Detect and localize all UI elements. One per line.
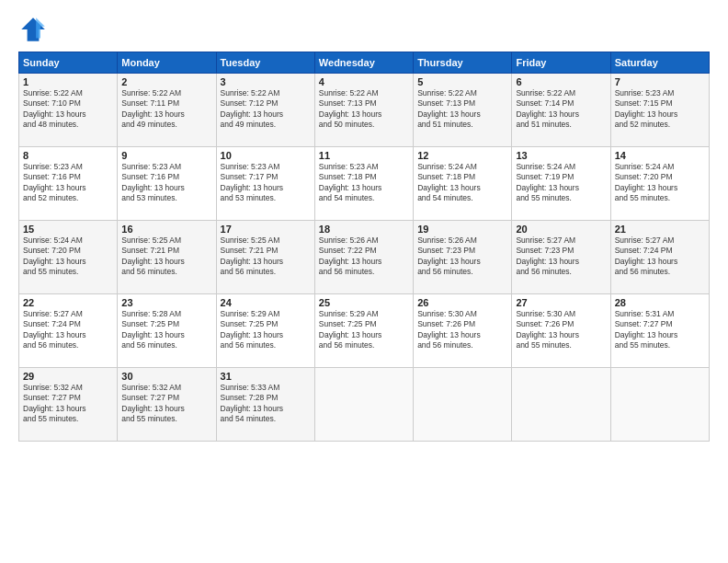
svg-marker-0	[21, 17, 45, 41]
day-info: Sunrise: 5:22 AM Sunset: 7:13 PM Dayligh…	[417, 88, 507, 131]
day-number: 9	[121, 150, 211, 161]
day-number: 25	[319, 297, 409, 308]
day-number: 10	[221, 150, 311, 161]
day-cell-2: 2Sunrise: 5:22 AM Sunset: 7:11 PM Daylig…	[118, 74, 216, 147]
day-number: 3	[221, 76, 311, 87]
day-number: 14	[615, 150, 705, 161]
day-cell-18: 18Sunrise: 5:26 AM Sunset: 7:22 PM Dayli…	[314, 221, 413, 294]
day-info: Sunrise: 5:23 AM Sunset: 7:17 PM Dayligh…	[221, 162, 311, 204]
day-info: Sunrise: 5:25 AM Sunset: 7:21 PM Dayligh…	[221, 236, 311, 278]
day-info: Sunrise: 5:24 AM Sunset: 7:20 PM Dayligh…	[615, 162, 705, 204]
svg-marker-1	[36, 17, 45, 38]
day-cell-8: 8Sunrise: 5:23 AM Sunset: 7:16 PM Daylig…	[19, 147, 118, 221]
empty-cell	[314, 368, 413, 442]
empty-cell	[414, 368, 512, 442]
day-cell-27: 27Sunrise: 5:30 AM Sunset: 7:26 PM Dayli…	[512, 294, 610, 368]
day-info: Sunrise: 5:33 AM Sunset: 7:28 PM Dayligh…	[221, 383, 311, 425]
day-cell-31: 31Sunrise: 5:33 AM Sunset: 7:28 PM Dayli…	[216, 368, 314, 442]
empty-cell	[610, 368, 709, 442]
day-number: 19	[417, 224, 507, 235]
day-cell-15: 15Sunrise: 5:24 AM Sunset: 7:20 PM Dayli…	[19, 221, 118, 294]
weekday-header-row: SundayMondayTuesdayWednesdayThursdayFrid…	[19, 52, 710, 74]
day-cell-23: 23Sunrise: 5:28 AM Sunset: 7:25 PM Dayli…	[118, 294, 216, 368]
weekday-header-monday: Monday	[118, 52, 216, 74]
day-number: 2	[121, 76, 211, 87]
day-cell-21: 21Sunrise: 5:27 AM Sunset: 7:24 PM Dayli…	[610, 221, 709, 294]
week-row-1: 1Sunrise: 5:22 AM Sunset: 7:10 PM Daylig…	[19, 74, 710, 147]
day-number: 12	[417, 150, 507, 161]
day-info: Sunrise: 5:22 AM Sunset: 7:14 PM Dayligh…	[516, 88, 606, 131]
weekday-header-tuesday: Tuesday	[216, 52, 314, 74]
day-cell-7: 7Sunrise: 5:23 AM Sunset: 7:15 PM Daylig…	[610, 74, 709, 147]
day-info: Sunrise: 5:29 AM Sunset: 7:25 PM Dayligh…	[319, 309, 409, 351]
day-info: Sunrise: 5:24 AM Sunset: 7:19 PM Dayligh…	[516, 162, 606, 204]
day-number: 17	[221, 224, 311, 235]
day-cell-3: 3Sunrise: 5:22 AM Sunset: 7:12 PM Daylig…	[216, 74, 314, 147]
weekday-header-saturday: Saturday	[610, 52, 709, 74]
week-row-5: 29Sunrise: 5:32 AM Sunset: 7:27 PM Dayli…	[19, 368, 710, 442]
day-info: Sunrise: 5:32 AM Sunset: 7:27 PM Dayligh…	[121, 383, 211, 425]
day-info: Sunrise: 5:32 AM Sunset: 7:27 PM Dayligh…	[23, 383, 113, 425]
day-info: Sunrise: 5:22 AM Sunset: 7:11 PM Dayligh…	[121, 88, 211, 131]
day-info: Sunrise: 5:27 AM Sunset: 7:24 PM Dayligh…	[23, 309, 113, 351]
day-info: Sunrise: 5:29 AM Sunset: 7:25 PM Dayligh…	[221, 309, 311, 351]
day-info: Sunrise: 5:23 AM Sunset: 7:16 PM Dayligh…	[23, 162, 113, 204]
day-info: Sunrise: 5:24 AM Sunset: 7:18 PM Dayligh…	[417, 162, 507, 204]
day-cell-26: 26Sunrise: 5:30 AM Sunset: 7:26 PM Dayli…	[414, 294, 512, 368]
weekday-header-wednesday: Wednesday	[314, 52, 413, 74]
day-number: 21	[615, 224, 705, 235]
day-cell-6: 6Sunrise: 5:22 AM Sunset: 7:14 PM Daylig…	[512, 74, 610, 147]
day-number: 31	[221, 371, 311, 382]
day-info: Sunrise: 5:23 AM Sunset: 7:18 PM Dayligh…	[319, 162, 409, 204]
day-info: Sunrise: 5:22 AM Sunset: 7:13 PM Dayligh…	[319, 88, 409, 131]
day-info: Sunrise: 5:28 AM Sunset: 7:25 PM Dayligh…	[121, 309, 211, 351]
week-row-3: 15Sunrise: 5:24 AM Sunset: 7:20 PM Dayli…	[19, 221, 710, 294]
day-cell-10: 10Sunrise: 5:23 AM Sunset: 7:17 PM Dayli…	[216, 147, 314, 221]
day-number: 27	[516, 297, 606, 308]
logo	[18, 15, 51, 44]
day-number: 7	[615, 76, 705, 87]
day-number: 26	[417, 297, 507, 308]
day-number: 16	[121, 224, 211, 235]
day-info: Sunrise: 5:22 AM Sunset: 7:10 PM Dayligh…	[23, 88, 113, 131]
day-info: Sunrise: 5:22 AM Sunset: 7:12 PM Dayligh…	[221, 88, 311, 131]
day-info: Sunrise: 5:24 AM Sunset: 7:20 PM Dayligh…	[23, 236, 113, 278]
week-row-2: 8Sunrise: 5:23 AM Sunset: 7:16 PM Daylig…	[19, 147, 710, 221]
day-number: 22	[23, 297, 113, 308]
day-number: 4	[319, 76, 409, 87]
day-cell-1: 1Sunrise: 5:22 AM Sunset: 7:10 PM Daylig…	[19, 74, 118, 147]
day-cell-25: 25Sunrise: 5:29 AM Sunset: 7:25 PM Dayli…	[314, 294, 413, 368]
day-info: Sunrise: 5:26 AM Sunset: 7:23 PM Dayligh…	[417, 236, 507, 278]
day-info: Sunrise: 5:23 AM Sunset: 7:15 PM Dayligh…	[615, 88, 705, 131]
day-number: 5	[417, 76, 507, 87]
day-number: 28	[615, 297, 705, 308]
day-cell-30: 30Sunrise: 5:32 AM Sunset: 7:27 PM Dayli…	[118, 368, 216, 442]
day-cell-5: 5Sunrise: 5:22 AM Sunset: 7:13 PM Daylig…	[414, 74, 512, 147]
day-number: 11	[319, 150, 409, 161]
header	[18, 15, 710, 44]
calendar: SundayMondayTuesdayWednesdayThursdayFrid…	[18, 52, 710, 442]
day-number: 1	[23, 76, 113, 87]
day-info: Sunrise: 5:30 AM Sunset: 7:26 PM Dayligh…	[417, 309, 507, 351]
day-info: Sunrise: 5:25 AM Sunset: 7:21 PM Dayligh…	[121, 236, 211, 278]
day-number: 30	[121, 371, 211, 382]
day-number: 13	[516, 150, 606, 161]
day-number: 23	[121, 297, 211, 308]
day-number: 8	[23, 150, 113, 161]
day-cell-11: 11Sunrise: 5:23 AM Sunset: 7:18 PM Dayli…	[314, 147, 413, 221]
weekday-header-sunday: Sunday	[19, 52, 118, 74]
day-number: 20	[516, 224, 606, 235]
page: SundayMondayTuesdayWednesdayThursdayFrid…	[0, 0, 728, 563]
day-number: 29	[23, 371, 113, 382]
day-info: Sunrise: 5:31 AM Sunset: 7:27 PM Dayligh…	[615, 309, 705, 351]
day-cell-14: 14Sunrise: 5:24 AM Sunset: 7:20 PM Dayli…	[610, 147, 709, 221]
day-cell-16: 16Sunrise: 5:25 AM Sunset: 7:21 PM Dayli…	[118, 221, 216, 294]
day-cell-9: 9Sunrise: 5:23 AM Sunset: 7:16 PM Daylig…	[118, 147, 216, 221]
day-cell-22: 22Sunrise: 5:27 AM Sunset: 7:24 PM Dayli…	[19, 294, 118, 368]
day-number: 24	[221, 297, 311, 308]
day-cell-4: 4Sunrise: 5:22 AM Sunset: 7:13 PM Daylig…	[314, 74, 413, 147]
day-number: 18	[319, 224, 409, 235]
day-cell-13: 13Sunrise: 5:24 AM Sunset: 7:19 PM Dayli…	[512, 147, 610, 221]
day-info: Sunrise: 5:30 AM Sunset: 7:26 PM Dayligh…	[516, 309, 606, 351]
logo-icon	[18, 15, 48, 44]
